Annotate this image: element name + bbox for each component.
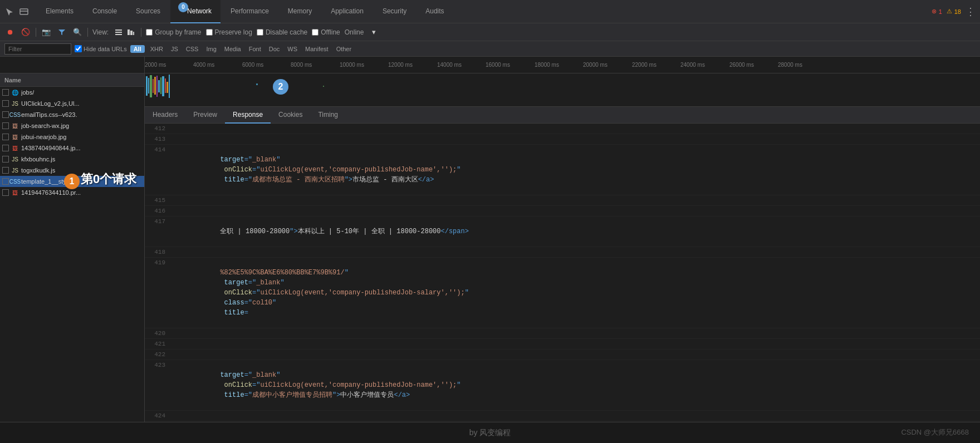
- file-name-template-styles: template_1__styles.: [21, 178, 76, 185]
- group-by-frame-checkbox[interactable]: Group by frame: [146, 28, 201, 36]
- svg-rect-14: [158, 80, 160, 92]
- timeline-mark-12: 26000 ms: [729, 62, 754, 68]
- svg-rect-0: [20, 9, 28, 14]
- main-content: 1 第0个请求 Name 🌐 jobs/ JS UIClick: [0, 73, 980, 422]
- response-line-414: 414 target="_blank" onClick="uiClickLog(…: [145, 145, 980, 195]
- timeline-mark-0: 2000 ms: [145, 62, 166, 68]
- list-view-btn[interactable]: [113, 27, 124, 38]
- filter-type-js[interactable]: JS: [169, 45, 180, 53]
- tab-sources[interactable]: Sources: [127, 0, 169, 23]
- filter-type-other[interactable]: Other: [334, 45, 354, 53]
- watermark: CSDN @大师兄6668: [901, 427, 969, 437]
- tab-timing[interactable]: Timing: [310, 107, 346, 124]
- file-icon-kfxbouhnc: JS: [11, 155, 19, 163]
- file-item-kfxbouhnc[interactable]: JS kfxbouhnc.js: [0, 154, 144, 165]
- filter-type-media[interactable]: Media: [222, 45, 243, 53]
- file-item-template-styles[interactable]: CSS template_1__styles.: [0, 176, 144, 187]
- waterfall-view-btn[interactable]: [125, 27, 136, 38]
- response-content[interactable]: 412 413 414 target="_blank" onClick="uiC…: [145, 124, 980, 422]
- filter-icon[interactable]: [56, 27, 67, 38]
- warning-badge: ⚠ 18: [947, 8, 961, 15]
- response-tabs: Headers Preview Response Cookies Timing: [145, 107, 980, 124]
- file-name-kfxbouhnc: kfxbouhnc.js: [21, 156, 55, 163]
- tab-console[interactable]: Console: [84, 0, 126, 23]
- file-item-uiclicklog[interactable]: JS UIClickLog_v2.js,Ul...: [0, 98, 144, 109]
- filter-type-font[interactable]: Font: [247, 45, 263, 53]
- file-list: Name 🌐 jobs/ JS UIClickLog_v2.js,Ul...: [0, 73, 145, 422]
- svg-rect-4: [115, 34, 122, 35]
- tab-cookies[interactable]: Cookies: [271, 107, 310, 124]
- file-name-jobsearch: job-search-wx.jpg: [21, 122, 69, 129]
- file-item-jobsearch[interactable]: 🖼 job-search-wx.jpg: [0, 120, 144, 131]
- search-button[interactable]: 🔍: [72, 27, 83, 38]
- filter-type-css[interactable]: CSS: [184, 45, 201, 53]
- tab-response[interactable]: Response: [225, 107, 271, 124]
- timeline-mark-2: 6000 ms: [242, 62, 263, 68]
- file-item-togxdkudk[interactable]: JS togxdkudk.js: [0, 165, 144, 176]
- footer-text: by 风变编程: [469, 428, 511, 438]
- svg-rect-7: [133, 32, 134, 35]
- filter-type-doc[interactable]: Doc: [267, 45, 282, 53]
- timeline-marks: 2000 ms 4000 ms 6000 ms 8000 ms 10000 ms…: [145, 57, 980, 73]
- tab-application[interactable]: Application: [322, 0, 373, 23]
- file-checkbox-jobuinearjob: [2, 134, 9, 140]
- view-icons: [113, 27, 136, 38]
- file-item-14194[interactable]: 🖼 14194476344110.pr...: [0, 187, 144, 198]
- view-label: View:: [92, 28, 109, 36]
- disable-cache-checkbox[interactable]: Disable cache: [257, 28, 307, 36]
- filter-input[interactable]: [4, 43, 71, 55]
- clear-button[interactable]: 🚫: [20, 27, 31, 38]
- filter-type-xhr[interactable]: XHR: [148, 45, 165, 53]
- camera-button[interactable]: 📷: [41, 27, 52, 38]
- file-item-jobs[interactable]: 🌐 jobs/: [0, 87, 144, 98]
- file-item-jobuinearjob[interactable]: 🖼 jobui-nearjob.jpg: [0, 131, 144, 142]
- file-icon-template-styles: CSS: [11, 178, 19, 185]
- separator-2: [87, 28, 88, 37]
- tab-headers[interactable]: Headers: [145, 107, 185, 124]
- timeline-mark-4: 10000 ms: [340, 62, 364, 68]
- file-item-14387[interactable]: 🖼 14387404940844.jp...: [0, 142, 144, 154]
- name-column-header: Name: [0, 77, 26, 83]
- file-checkbox-template-styles: [2, 178, 9, 185]
- svg-rect-12: [154, 77, 156, 95]
- file-icon-14387: 🖼: [11, 144, 19, 152]
- filter-type-all[interactable]: All: [130, 45, 145, 53]
- filter-type-manifest[interactable]: Manifest: [303, 45, 331, 53]
- file-icon-uiclicklog: JS: [11, 100, 19, 107]
- response-line-424: 424: [145, 411, 980, 421]
- file-item-emailtips[interactable]: CSS emailTips.css--v623.: [0, 109, 144, 120]
- hide-data-urls-checkbox[interactable]: Hide data URLs: [75, 45, 127, 52]
- record-button[interactable]: ⏺: [4, 27, 16, 38]
- cursor-icon[interactable]: [4, 7, 14, 17]
- file-name-jobs: jobs/: [21, 89, 34, 96]
- filter-type-img[interactable]: Img: [204, 45, 218, 53]
- response-line-425: 425: [145, 421, 980, 422]
- preserve-log-checkbox[interactable]: Preserve log: [206, 28, 252, 36]
- tab-network[interactable]: 0 Network: [170, 0, 220, 23]
- file-checkbox-14387: [2, 145, 9, 151]
- offline-checkbox[interactable]: Offline: [312, 28, 340, 36]
- response-line-421: 421: [145, 339, 980, 350]
- network-throttle-dropdown[interactable]: ▾: [368, 27, 379, 38]
- file-name-jobuinearjob: jobui-nearjob.jpg: [21, 134, 66, 140]
- dock-icon[interactable]: [19, 7, 29, 17]
- tab-audits[interactable]: Audits: [416, 0, 453, 23]
- file-name-14194: 14194476344110.pr...: [21, 189, 81, 196]
- svg-rect-16: [162, 76, 164, 96]
- svg-rect-5: [128, 29, 130, 35]
- file-checkbox-jobs: [2, 89, 9, 96]
- tab-elements[interactable]: Elements: [37, 0, 82, 23]
- timeline-mark-3: 8000 ms: [291, 62, 312, 68]
- tab-performance[interactable]: Performance: [222, 0, 278, 23]
- file-checkbox-kfxbouhnc: [2, 156, 9, 163]
- more-options-icon[interactable]: ⋮: [966, 7, 976, 17]
- file-checkbox-emailtips: [2, 111, 9, 118]
- tab-memory[interactable]: Memory: [279, 0, 321, 23]
- filter-type-ws[interactable]: WS: [285, 45, 300, 53]
- network-tab-badge: 0: [178, 2, 188, 12]
- tab-security[interactable]: Security: [374, 0, 415, 23]
- online-label: Online: [345, 28, 364, 36]
- response-line-413: 413: [145, 134, 980, 145]
- svg-rect-20: [256, 83, 258, 85]
- tab-preview[interactable]: Preview: [185, 107, 225, 124]
